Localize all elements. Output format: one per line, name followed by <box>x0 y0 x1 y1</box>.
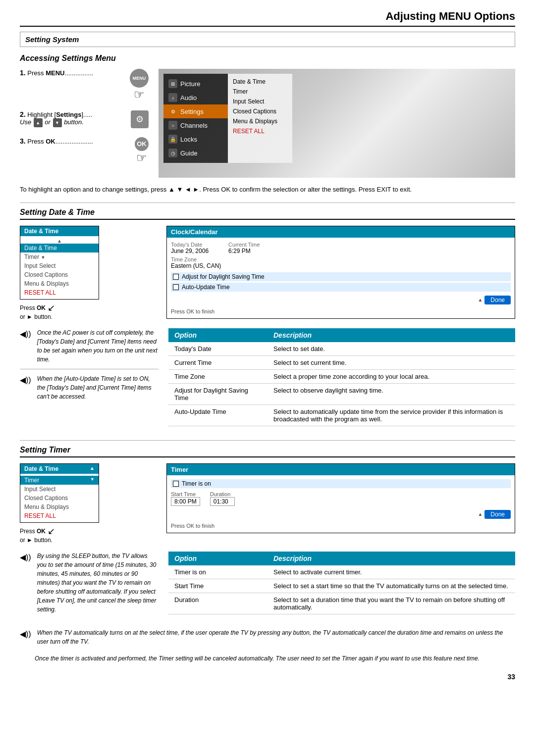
notes-left-col: ◀)) Once the AC power is cut off complet… <box>20 328 159 435</box>
accessing-container: 1. Press MENU................ MENU ☞ 2. … <box>20 69 515 178</box>
settings-icon: ⚙ <box>168 107 177 116</box>
timer-panel-header: Timer <box>167 464 515 475</box>
start-time-value: 8:00 PM <box>171 497 200 506</box>
clock-panel-header: Clock/Calendar <box>167 226 515 238</box>
note1-text: Once the AC power is cut off completely,… <box>37 328 159 364</box>
table-row: Timer is on Select to activate current t… <box>168 565 515 579</box>
timer-menu-col: Date & Time ▲ Timer ▼ Input Select Close… <box>20 463 159 544</box>
desc-dst: Select to observe daylight saving time. <box>268 383 515 404</box>
clock-checkbox-auto: Auto-Update Time <box>171 283 511 292</box>
press-or-timer: or ► button. <box>20 537 159 544</box>
clock-tz-label: Time Zone <box>171 256 511 262</box>
step2-icon: ⚙ <box>131 110 149 128</box>
mini-menu-header-date: Date & Time <box>20 226 99 236</box>
step3-num: 3. <box>20 137 26 145</box>
tv-menu-overlay: ⊞ Picture ♪ Audio ⚙ Settings ○ Channels … <box>163 74 292 163</box>
clock-date-row: Today's Date June 29, 2006 Current Time … <box>171 242 511 254</box>
header-title: Adjusting MENU Options <box>385 10 515 22</box>
clock-date-label: Today's Date <box>171 242 209 248</box>
press-ok-date: Press OK ↙ <box>20 302 159 313</box>
date-time-notes-col: Date & Time ▲ Date & Time Timer ▼ Input … <box>20 226 159 320</box>
timer-notes-col: ◀)) By using the SLEEP button, the TV al… <box>20 552 159 623</box>
table-row: Today's Date Select to set date. <box>168 342 515 356</box>
dst-checkbox[interactable] <box>173 274 179 280</box>
option-duration: Duration <box>168 593 268 614</box>
table-row: Start Time Select to set a start time so… <box>168 579 515 593</box>
col-desc-header: Description <box>268 328 515 342</box>
tv-main-menu: ⊞ Picture ♪ Audio ⚙ Settings ○ Channels … <box>163 74 228 163</box>
speaker2-icon: ◀)) <box>20 375 31 385</box>
desc-todays-date: Select to set date. <box>268 342 515 356</box>
timer-options-section: Option Description Timer is on Select to… <box>168 552 515 623</box>
timer-time-row: Start Time 8:00 PM Duration 01:30 <box>171 491 511 506</box>
up-arrow-btn: ▲ <box>34 118 43 127</box>
timer-checkbox-row: Timer is on <box>171 479 511 488</box>
timer-panel-body: Timer is on Start Time 8:00 PM Duration … <box>167 475 515 533</box>
date-time-options: Option Description Today's Date Select t… <box>168 328 515 435</box>
step3-icon: OK ☞ <box>135 137 149 165</box>
tv-menu-picture: ⊞ Picture <box>163 77 228 91</box>
desc-time-zone: Select a proper time zone according to y… <box>268 369 515 383</box>
tv-submenu: Date & Time Timer Input Select Closed Ca… <box>228 74 292 163</box>
step2-num: 2. <box>20 110 26 118</box>
page-header: Adjusting MENU Options <box>20 10 515 27</box>
table-row: Time Zone Select a proper time zone acco… <box>168 369 515 383</box>
date-time-options-table: Option Description Today's Date Select t… <box>168 328 515 426</box>
guide-icon: ◷ <box>168 149 177 157</box>
duration-col: Duration 01:30 <box>210 491 235 506</box>
desc-auto-update: Select to automatically update time from… <box>268 404 515 426</box>
timer-on-label: Timer is on <box>182 480 211 487</box>
start-time-label: Start Time <box>171 491 200 497</box>
settings-button-icon: ⚙ <box>131 110 149 128</box>
timer-on-checkbox[interactable] <box>173 481 179 487</box>
timer-note1: ◀)) By using the SLEEP button, the TV al… <box>20 552 159 614</box>
clock-checkbox-dst: Adjust for Daylight Saving Time <box>171 272 511 281</box>
start-time-col: Start Time 8:00 PM <box>171 491 200 506</box>
timer-mini-item-input: Input Select <box>24 485 95 494</box>
tv-menu-audio: ♪ Audio <box>163 91 228 104</box>
timer-details: ◀)) By using the SLEEP button, the TV al… <box>20 552 515 623</box>
locks-icon: 🔒 <box>168 135 177 144</box>
down-arrow-btn: ▼ <box>53 118 62 127</box>
channels-icon: ○ <box>168 121 177 130</box>
bottom-notes: ◀)) When the TV automatically turns on a… <box>20 628 515 663</box>
auto-update-checkbox[interactable] <box>173 284 179 290</box>
timer-col-option-header: Option <box>168 552 268 565</box>
timer-options-table: Option Description Timer is on Select to… <box>168 552 515 614</box>
mini-menu-item-input: Input Select <box>24 261 95 270</box>
divider1 <box>20 202 515 203</box>
timer-col-desc-header: Description <box>268 552 515 565</box>
tv-menu-channels: ○ Channels <box>163 118 228 132</box>
mini-menu-item-date: Date & Time <box>20 244 99 252</box>
mini-menu-item-menu: Menu & Displays <box>24 279 95 288</box>
mini-menu-item-cc: Closed Captions <box>24 270 95 279</box>
tv-menu-audio-label: Audio <box>180 94 197 101</box>
timer-mini-item-cc: Closed Captions <box>24 494 95 503</box>
desc-start-time: Select to set a start time so that the T… <box>268 579 515 593</box>
timer-press-ok-finish: Press OK to finish <box>171 523 511 529</box>
note2-text: When the [Auto-Update Time] is set to ON… <box>37 374 159 401</box>
desc-timer-on: Select to activate current timer. <box>268 565 515 579</box>
hand1-icon: ☞ <box>130 88 149 101</box>
timer-done-btn[interactable]: Done <box>484 510 511 519</box>
speaker4-icon: ◀)) <box>20 629 31 639</box>
option-time-zone: Time Zone <box>168 369 268 383</box>
step-3: 3. Press OK..................... OK ☞ <box>20 137 149 165</box>
step-1: 1. Press MENU................ MENU ☞ <box>20 69 149 101</box>
tv-menu-picture-label: Picture <box>180 80 200 88</box>
clock-press-ok-finish: Press OK to finish <box>171 308 511 314</box>
tv-submenu-menu: Menu & Displays <box>233 116 287 126</box>
picture-icon: ⊞ <box>168 79 177 88</box>
auto-update-label: Auto-Update Time <box>182 284 230 291</box>
hand3-icon: ☞ <box>135 151 149 165</box>
tv-menu-settings: ⚙ Settings <box>163 104 228 118</box>
clock-date-col: Today's Date June 29, 2006 <box>171 242 209 254</box>
option-dst: Adjust for Daylight Saving Time <box>168 383 268 404</box>
clock-done-btn[interactable]: Done <box>484 296 511 304</box>
tv-submenu-cc: Closed Captions <box>233 106 287 116</box>
timer-note1-text: By using the SLEEP button, the TV allows… <box>37 552 159 614</box>
clock-date-value: June 29, 2006 <box>171 248 209 254</box>
desc-duration: Select to set a duration time that you w… <box>268 593 515 614</box>
clock-arrow-up: ▲ <box>478 297 482 302</box>
nav-description: To highlight an option and to change set… <box>20 185 515 195</box>
